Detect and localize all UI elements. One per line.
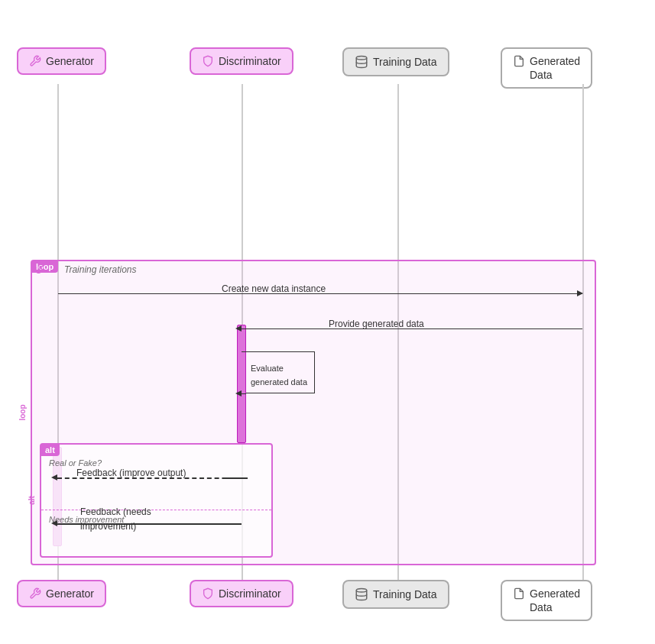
shield-icon-top (202, 55, 214, 67)
msg-provide-arrow (235, 325, 242, 332)
msg-feedback-improve-label: Feedback (improve output) (76, 465, 186, 479)
alt-frame: alt alt Real or Fake? Needs improvement (40, 443, 273, 558)
svg-point-1 (356, 589, 367, 593)
msg-create-label: Create new data instance (222, 281, 326, 295)
msg-provide-label: Provide generated data (329, 316, 424, 330)
alt-side-text: alt (28, 496, 36, 505)
alt-divider (41, 510, 271, 510)
self-msg-top-stub (242, 351, 246, 352)
actor-training-bottom: Training Data (342, 580, 449, 609)
wrench-icon-bottom (29, 587, 41, 600)
shield-icon-bottom (202, 587, 214, 600)
actor-training-top: Training Data (342, 47, 449, 76)
alt-label: alt (41, 444, 60, 456)
msg-feedback-needs-label: Feedback (needsimprovement) (80, 504, 151, 533)
file-icon-bottom (513, 587, 525, 600)
database-icon-top (355, 55, 368, 69)
loop-title: Training iterations (64, 264, 137, 275)
msg-feedback-improve-arrow (51, 474, 57, 481)
actor-discriminator-bottom: Discriminator (190, 580, 293, 607)
database-icon-bottom (355, 587, 368, 601)
actor-discriminator-top: Discriminator (190, 47, 293, 75)
loop-side-text: loop (18, 404, 27, 420)
msg-create-arrow (577, 290, 583, 296)
actor-generated-top: Generated Data (501, 47, 592, 89)
msg-feedback-improve-end (225, 477, 248, 479)
msg-feedback-needs-arrow (51, 520, 57, 526)
self-msg-label: Evaluategenerated data (251, 361, 307, 389)
actor-generator-bottom: Generator (17, 580, 106, 607)
actor-generated-bottom: Generated Data (501, 580, 592, 621)
wrench-icon (29, 55, 41, 67)
self-msg-bottom-stub (242, 393, 246, 394)
file-icon-top (513, 55, 525, 67)
loop-refresh-icon: ↺ (34, 263, 44, 277)
svg-point-0 (356, 57, 367, 60)
self-msg-arrow (235, 390, 242, 396)
msg-feedback-needs-end (225, 523, 242, 525)
actor-generator-top: Generator (17, 47, 106, 75)
diagram-container: Generator Discriminator Training Data Ge… (0, 0, 655, 644)
